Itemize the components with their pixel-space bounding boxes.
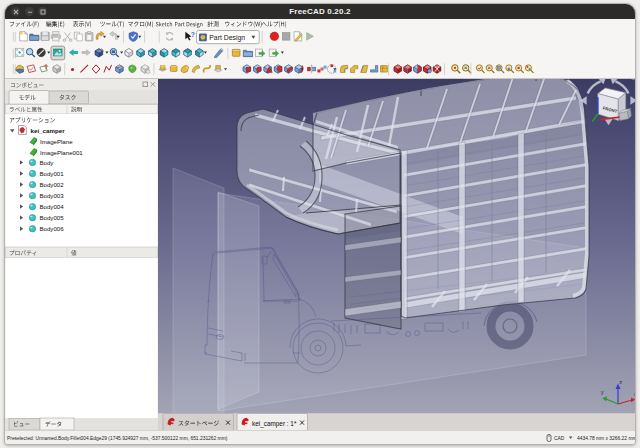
- svg-text:Body: Body: [40, 159, 55, 166]
- svg-text:?: ?: [191, 31, 195, 38]
- svg-text:Body001: Body001: [40, 170, 65, 177]
- svg-text:ImagePlane001: ImagePlane001: [40, 149, 83, 156]
- svg-text:CAD: CAD: [554, 436, 565, 441]
- svg-text:Part Design: Part Design: [209, 34, 245, 42]
- svg-text:Body005: Body005: [40, 214, 65, 221]
- svg-text:x: x: [634, 391, 635, 397]
- svg-text:Body006: Body006: [40, 225, 65, 232]
- svg-text:ImagePlane: ImagePlane: [40, 138, 73, 145]
- svg-text:Preselected: Unnamed.Body.Fill: Preselected: Unnamed.Body.Fillet004.Edge…: [7, 436, 228, 441]
- svg-text:Body004: Body004: [40, 203, 65, 210]
- svg-text:kei_camper : 1*: kei_camper : 1*: [252, 420, 297, 428]
- svg-text:Body002: Body002: [40, 181, 65, 188]
- svg-text:4434.78 mm x 3266.22 mm: 4434.78 mm x 3266.22 mm: [577, 436, 635, 441]
- svg-text:Body003: Body003: [40, 192, 65, 199]
- svg-text:kei_camper: kei_camper: [31, 127, 66, 134]
